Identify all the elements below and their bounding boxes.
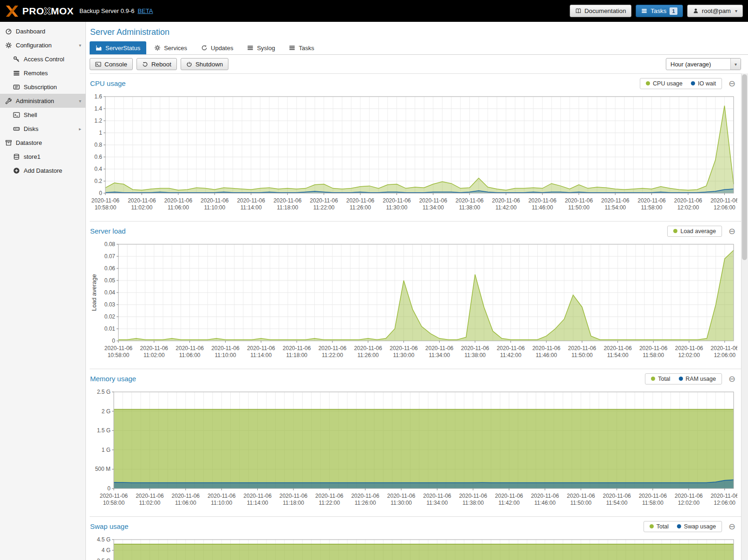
svg-text:2020-11-06: 2020-11-06: [100, 493, 128, 499]
legend-item-total[interactable]: Total: [651, 376, 670, 382]
sidebar-item-subscription[interactable]: Subscription: [0, 80, 85, 94]
terminal-icon: [13, 111, 20, 118]
time-range-combobox[interactable]: Hour (average) ▾: [666, 58, 741, 70]
collapse-icon[interactable]: ⊖: [728, 375, 735, 383]
shutdown-button[interactable]: Shutdown: [181, 58, 228, 70]
tab-updates[interactable]: Updates: [195, 41, 239, 54]
svg-text:2020-11-06: 2020-11-06: [208, 493, 236, 499]
svg-text:11:06:00: 11:06:00: [179, 352, 201, 358]
gear-icon: [5, 42, 12, 49]
sidebar-item-label: Subscription: [24, 84, 57, 91]
svg-text:2020-11-06: 2020-11-06: [568, 345, 596, 352]
legend-dot: [679, 377, 683, 381]
svg-text:2020-11-06: 2020-11-06: [497, 345, 525, 352]
svg-text:12:02:00: 12:02:00: [678, 500, 700, 506]
chevron-down-icon[interactable]: ▾: [79, 43, 81, 48]
sidebar-item-shell[interactable]: Shell: [0, 108, 85, 122]
legend-dot: [677, 524, 681, 528]
svg-text:10:58:00: 10:58:00: [95, 204, 117, 211]
collapse-icon[interactable]: ⊖: [728, 79, 735, 88]
sidebar-item-remotes[interactable]: Remotes: [0, 66, 85, 80]
svg-text:11:42:00: 11:42:00: [495, 204, 517, 211]
hdd-icon: [13, 125, 20, 132]
reboot-button[interactable]: Reboot: [137, 58, 177, 70]
sidebar-item-store1[interactable]: store1: [0, 150, 85, 163]
svg-text:2020-11-06: 2020-11-06: [128, 197, 156, 204]
svg-text:11:02:00: 11:02:00: [143, 352, 165, 358]
tasks-button[interactable]: Tasks 1: [636, 5, 683, 17]
wrench-icon: [5, 98, 12, 104]
svg-text:0.6: 0.6: [94, 154, 102, 160]
legend-item-swap-usage[interactable]: Swap usage: [677, 523, 716, 530]
svg-text:11:14:00: 11:14:00: [250, 352, 272, 358]
svg-text:1.5 G: 1.5 G: [97, 427, 111, 434]
svg-text:2020-11-06: 2020-11-06: [140, 345, 169, 352]
scrollbar-thumb[interactable]: [742, 74, 747, 260]
beta-link[interactable]: BETA: [137, 7, 153, 14]
chevron-right-icon[interactable]: ▸: [79, 126, 81, 131]
legend-item-load-average[interactable]: Load average: [673, 228, 715, 234]
sidebar-item-access-control[interactable]: Access Control: [0, 52, 85, 66]
collapse-icon[interactable]: ⊖: [728, 522, 735, 531]
legend-item-cpu-usage[interactable]: CPU usage: [646, 80, 683, 87]
chevron-down-icon[interactable]: ▾: [79, 98, 81, 104]
svg-text:2020-11-06: 2020-11-06: [675, 493, 703, 499]
sidebar-item-configuration[interactable]: Configuration ▾: [0, 38, 85, 52]
documentation-button[interactable]: Documentation: [570, 5, 632, 17]
legend-item-io-wait[interactable]: IO wait: [691, 80, 716, 87]
cpu-usage-chart: 00.20.40.60.811.21.41.62020-11-0610:58:0…: [90, 93, 737, 221]
legend-dot: [651, 377, 655, 381]
svg-text:11:58:00: 11:58:00: [641, 204, 663, 211]
legend-item-ram-usage[interactable]: RAM usage: [679, 376, 716, 382]
collapse-icon[interactable]: ⊖: [728, 227, 735, 235]
sidebar: Dashboard Configuration ▾ Access Control…: [0, 22, 86, 560]
sidebar-item-administration[interactable]: Administration ▾: [0, 94, 85, 108]
svg-text:2020-11-06: 2020-11-06: [201, 197, 229, 204]
svg-text:2020-11-06: 2020-11-06: [136, 493, 164, 499]
svg-text:2020-11-06: 2020-11-06: [711, 345, 737, 352]
svg-text:11:06:00: 11:06:00: [175, 500, 196, 506]
chevron-down-icon[interactable]: ▾: [730, 59, 741, 70]
sidebar-item-label: Dashboard: [16, 28, 46, 35]
rows-icon: [247, 45, 254, 51]
svg-text:11:30:00: 11:30:00: [390, 500, 412, 506]
svg-text:11:54:00: 11:54:00: [607, 352, 628, 358]
sidebar-item-add-datastore[interactable]: Add Datastore: [0, 163, 85, 177]
svg-text:2020-11-06: 2020-11-06: [91, 197, 120, 204]
svg-text:11:38:00: 11:38:00: [462, 500, 484, 506]
vertical-scrollbar[interactable]: [741, 73, 748, 560]
svg-text:11:02:00: 11:02:00: [139, 500, 160, 506]
svg-text:0.01: 0.01: [104, 326, 116, 332]
user-menu-button[interactable]: root@pam ▾: [687, 5, 743, 17]
tab-services[interactable]: Services: [148, 41, 193, 54]
sidebar-item-label: Shell: [24, 111, 37, 118]
legend-item-total[interactable]: Total: [650, 523, 669, 530]
terminal-icon: [95, 61, 101, 67]
sidebar-item-dashboard[interactable]: Dashboard: [0, 24, 85, 38]
svg-text:11:22:00: 11:22:00: [322, 352, 343, 358]
server-load-chart: 00.010.020.030.040.050.060.070.082020-11…: [90, 241, 737, 369]
list-icon: [641, 8, 647, 14]
tab-serverstatus[interactable]: ServerStatus: [90, 41, 146, 54]
legend-dot: [646, 81, 650, 85]
legend: Load average: [667, 226, 722, 237]
panel-title: CPU usage: [90, 79, 126, 87]
panel-swap-usage: Swap usage Total Swap usage ⊖ 0500 M1 G1…: [90, 516, 741, 560]
panel-server-load: Server load Load average ⊖ 00.010.020.03…: [90, 221, 741, 369]
svg-text:0.8: 0.8: [94, 142, 102, 148]
toolbar: Console Reboot Shutdown Hour (average) ▾: [90, 55, 748, 73]
tab-bar: ServerStatus Services Updates Syslog Tas…: [90, 41, 748, 55]
sidebar-item-datastore[interactable]: Datastore: [0, 136, 85, 150]
undo-icon: [142, 61, 148, 67]
tab-syslog[interactable]: Syslog: [241, 41, 281, 54]
sidebar-item-disks[interactable]: Disks ▸: [0, 122, 85, 136]
svg-text:11:34:00: 11:34:00: [423, 204, 444, 211]
svg-text:4.5 G: 4.5 G: [97, 536, 111, 543]
svg-text:11:38:00: 11:38:00: [464, 352, 486, 358]
console-button[interactable]: Console: [90, 58, 133, 70]
svg-text:2020-11-06: 2020-11-06: [310, 197, 338, 204]
svg-text:2020-11-06: 2020-11-06: [603, 493, 631, 499]
panel-header: Server load Load average ⊖: [90, 221, 741, 241]
tab-tasks[interactable]: Tasks: [283, 41, 320, 54]
svg-text:11:34:00: 11:34:00: [429, 352, 450, 358]
